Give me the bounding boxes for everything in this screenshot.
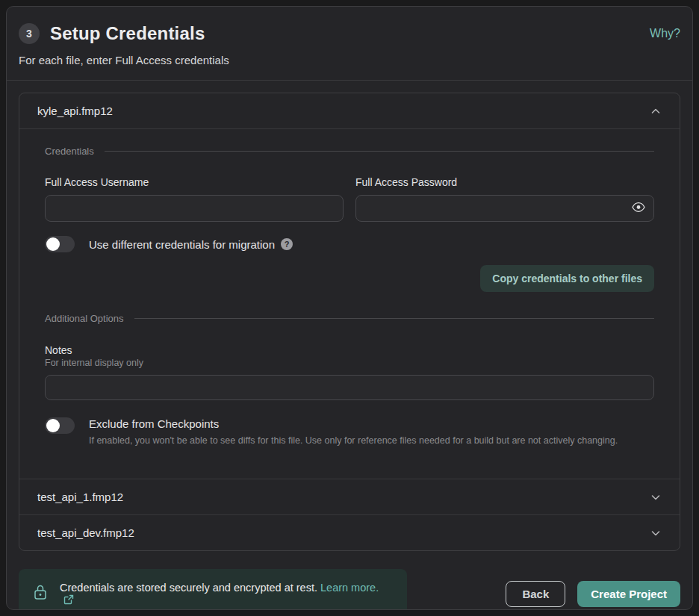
- credentials-section-label: Credentials: [45, 146, 94, 157]
- exclude-help-text: If enabled, you won't be able to see dif…: [89, 435, 618, 446]
- security-note-text: Credentials are stored securely and encr…: [60, 582, 392, 606]
- security-info-box: Credentials are stored securely and encr…: [19, 569, 407, 610]
- accordion-header-kyle-api[interactable]: kyle_api.fmp12: [19, 93, 680, 129]
- exclude-toggle-label: Exclude from Checkpoints: [89, 417, 618, 430]
- create-project-button[interactable]: Create Project: [577, 581, 680, 607]
- eye-icon: [632, 202, 645, 215]
- file-name-label: test_api_1.fmp12: [37, 491, 123, 503]
- lock-icon: [34, 584, 47, 603]
- back-button[interactable]: Back: [506, 581, 565, 607]
- additional-options-section-header: Additional Options: [45, 313, 654, 324]
- notes-input[interactable]: [45, 375, 654, 400]
- why-link[interactable]: Why?: [650, 27, 680, 40]
- external-link-icon: [63, 594, 74, 605]
- page-subtitle: For each file, enter Full Access credent…: [19, 54, 680, 66]
- notes-field-group: Notes For internal display only: [45, 344, 654, 400]
- files-accordion-card: kyle_api.fmp12 Credentials Full Access U…: [19, 93, 680, 551]
- setup-credentials-panel: 3 Setup Credentials Why? For each file, …: [6, 6, 693, 610]
- accordion-content: Credentials Full Access Username Full Ac…: [19, 129, 680, 479]
- exclude-checkpoints-toggle[interactable]: [45, 417, 75, 434]
- password-input[interactable]: [355, 195, 654, 222]
- credentials-section-header: Credentials: [45, 146, 654, 157]
- section-divider: [105, 151, 654, 152]
- learn-more-link[interactable]: Learn more.: [320, 582, 379, 594]
- section-divider: [134, 318, 654, 319]
- migration-credentials-toggle[interactable]: [45, 236, 75, 252]
- chevron-up-icon: [650, 105, 662, 117]
- page-title: Setup Credentials: [50, 23, 205, 44]
- migration-toggle-label: Use different credentials for migration: [89, 238, 275, 251]
- panel-footer: Credentials are stored securely and encr…: [7, 551, 692, 610]
- additional-options-label: Additional Options: [45, 313, 124, 324]
- file-name-label: test_api_dev.fmp12: [37, 526, 134, 539]
- notes-label: Notes: [45, 344, 654, 356]
- notes-sublabel: For internal display only: [45, 358, 654, 368]
- exclude-toggle-row: Exclude from Checkpoints If enabled, you…: [45, 417, 654, 446]
- help-icon[interactable]: ?: [281, 238, 293, 250]
- show-password-button[interactable]: [630, 201, 647, 217]
- chevron-down-icon: [650, 527, 662, 539]
- security-note: Credentials are stored securely and encr…: [60, 582, 317, 594]
- username-label: Full Access Username: [45, 176, 344, 188]
- chevron-down-icon: [650, 491, 662, 503]
- accordion-header-test-api-dev[interactable]: test_api_dev.fmp12: [19, 514, 680, 550]
- username-input[interactable]: [45, 195, 344, 222]
- migration-toggle-row: Use different credentials for migration …: [45, 236, 654, 252]
- panel-header: 3 Setup Credentials Why? For each file, …: [7, 7, 692, 81]
- username-field-group: Full Access Username: [45, 176, 344, 222]
- accordion-header-test-api-1[interactable]: test_api_1.fmp12: [19, 479, 680, 514]
- password-label: Full Access Password: [355, 176, 654, 188]
- password-field-group: Full Access Password: [355, 176, 654, 222]
- copy-credentials-button[interactable]: Copy credentials to other files: [480, 265, 654, 292]
- file-name-label: kyle_api.fmp12: [37, 105, 113, 117]
- panel-body: kyle_api.fmp12 Credentials Full Access U…: [7, 81, 692, 551]
- step-number-badge: 3: [19, 23, 40, 44]
